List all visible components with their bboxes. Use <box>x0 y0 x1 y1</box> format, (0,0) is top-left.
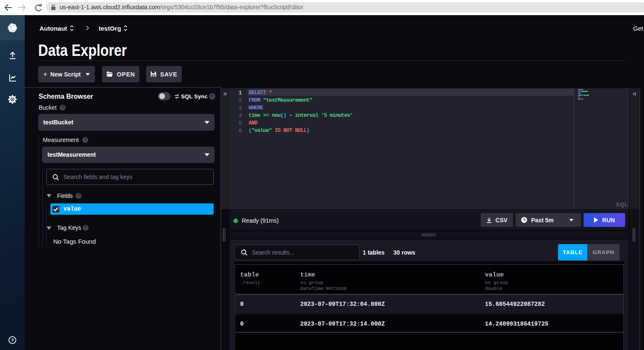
svg-text:?: ? <box>11 338 14 343</box>
